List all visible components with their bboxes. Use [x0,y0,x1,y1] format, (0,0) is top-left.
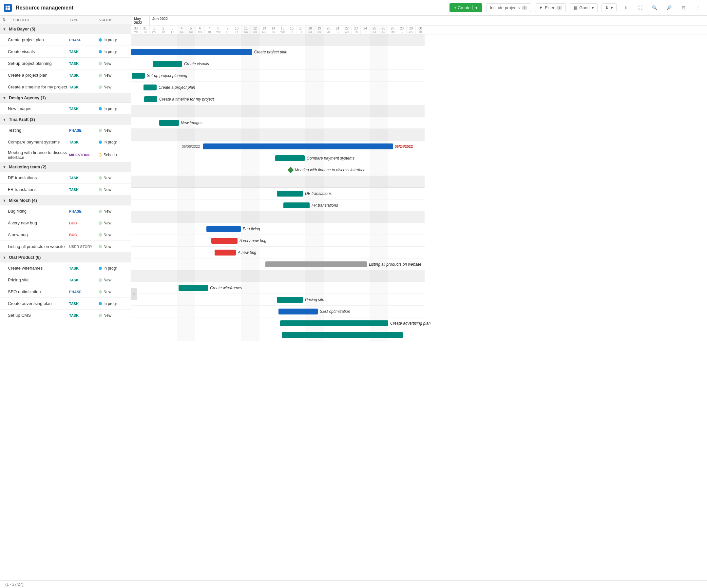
group-row[interactable]: ▼ Mike Moch (4) [0,196,131,205]
gantt-bar-label: Create a timeline for my project [159,97,214,102]
include-projects-label: Include projects [490,5,519,10]
task-row[interactable]: Create wireframes TASK In progr [0,263,131,274]
task-row[interactable]: Listing all products on website USER STO… [0,241,131,252]
gantt-bar[interactable] [282,332,403,338]
task-row[interactable]: Pricing site TASK New [0,274,131,286]
group-row[interactable]: ▼ Marketing team (2) [0,162,131,172]
status-dot [99,245,102,248]
gantt-bar-label: DE translations [305,191,332,196]
gantt-bar[interactable] [265,262,367,267]
group-row[interactable]: ▼ Mia Bayer (5) [0,24,131,34]
gantt-bar[interactable] [153,61,182,67]
export-chevron: ▾ [611,5,613,10]
day-cell: 24Fr [360,26,370,34]
task-row[interactable]: Testing PHASE New [0,125,131,136]
task-name: Compare payment systems [8,140,69,144]
col-status-header: STATUS [99,18,128,22]
day-cell: 28Tu [397,26,406,34]
day-cell: 8We [213,26,223,34]
task-name: Set-up project planning [8,61,69,66]
export-button[interactable]: ⬇ ▾ [602,3,616,12]
task-row[interactable]: A very new bug BUG New [0,217,131,229]
gantt-bar[interactable] [278,309,318,314]
zoom-in-button[interactable]: 🔍 [649,3,660,13]
task-row[interactable]: Set-up project planning TASK New [0,58,131,69]
task-row[interactable]: Create project plan PHASE In progr [0,34,131,46]
gantt-bar[interactable] [277,191,303,197]
include-projects-button[interactable]: Include projects 1 [486,3,531,12]
task-status: New [99,233,128,237]
day-cell: 31Tu [140,26,149,34]
gantt-group-row [131,34,425,46]
gantt-bar-label: Set-up project planning [147,73,187,78]
task-row[interactable]: Create advertising plan TASK In progr [0,298,131,310]
status-label: Schedu [104,153,117,157]
gantt-bar[interactable] [211,238,238,244]
gantt-bar[interactable] [283,202,310,208]
status-label: New [104,73,111,78]
task-row[interactable]: Create a project plan TASK New [0,69,131,81]
day-cell: 19Su [314,26,324,34]
scroll-indicator[interactable]: › [131,288,137,300]
group-name: Mike Moch (4) [9,198,37,203]
day-cell: 5Su [186,26,195,34]
expand-button[interactable]: ⛶ [635,3,645,13]
task-row[interactable]: Create visuals TASK In progr [0,46,131,58]
gantt-bar[interactable] [131,49,252,55]
gantt-task-row: Meeting with finance to discuss interfac… [131,164,425,176]
task-name: SEO optimization [8,289,69,294]
task-type: USER STORY [69,245,99,249]
task-row[interactable]: Create a timeline for my project TASK Ne… [0,81,131,93]
day-cell: 27Mo [388,26,397,34]
filter-button[interactable]: ▼ Filter 1 [535,3,566,12]
group-name: Mia Bayer (5) [9,27,35,31]
day-cell: 30Mo [131,26,140,34]
gantt-bar[interactable] [178,285,208,291]
gantt-bar[interactable] [132,73,145,79]
task-row[interactable]: A new bug BUG New [0,229,131,241]
gantt-bar[interactable] [206,226,241,232]
create-button[interactable]: + Create ▾ [449,3,482,12]
task-name: Listing all products on website [8,244,69,249]
svg-rect-2 [6,8,7,10]
task-name: Create a timeline for my project [8,84,69,90]
gantt-bar[interactable] [144,96,157,102]
gantt-bar[interactable] [143,84,157,91]
task-row[interactable]: Bug fixing PHASE New [0,205,131,217]
gantt-bar[interactable] [280,320,388,326]
group-row[interactable]: ▼ Design Agency (1) [0,93,131,103]
gantt-bar[interactable] [277,297,303,303]
gantt-bar[interactable] [159,120,179,126]
gantt-label: Gantt [579,5,590,10]
status-dot [99,38,102,42]
day-cell: 4Sa [177,26,186,34]
svg-rect-1 [8,6,10,7]
gantt-task-row: Create a timeline for my project [131,93,425,105]
task-row[interactable]: Set up CMS TASK New [0,310,131,321]
gantt-task-row: Set-up project planning [131,70,425,81]
task-row[interactable]: New images TASK In progr [0,103,131,115]
gantt-bar[interactable] [214,250,236,255]
zoom-out-button[interactable]: 🔎 [664,3,674,13]
gantt-panel[interactable]: May 2022Jun 2022 30Mo31Tu1We2Th3Fr4Sa5Su… [131,16,707,588]
task-row[interactable]: FR translations TASK New [0,184,131,196]
day-cell: 15We [278,26,287,34]
group-row[interactable]: ▼ Olaf Product (6) [0,252,131,263]
gantt-view-button[interactable]: ▦ Gantt ▾ [570,3,598,12]
task-row[interactable]: SEO optimization PHASE New [0,286,131,298]
day-cell: 18Sa [305,26,314,34]
task-row[interactable]: Compare payment systems TASK In progr [0,136,131,148]
task-name: Create visuals [8,49,69,54]
gantt-bar-label: Create advertising plan [390,321,431,325]
task-row[interactable]: Meeting with finance to discuss interfac… [0,148,131,162]
task-row[interactable]: DE translations TASK New [0,172,131,184]
group-row[interactable]: ▼ Tina Kraft (3) [0,115,131,125]
create-dropdown-chevron[interactable]: ▾ [472,5,478,10]
gantt-bar-testing[interactable] [203,143,393,149]
gantt-rows: Create project planCreate visualsSet-up … [131,34,707,341]
fit-button[interactable]: ⊡ [678,3,689,13]
gantt-bar[interactable] [275,155,305,161]
info-button[interactable]: ℹ [620,3,631,13]
sort-icon[interactable]: ⇅ [3,18,10,22]
more-button[interactable]: ⋮ [693,3,703,13]
